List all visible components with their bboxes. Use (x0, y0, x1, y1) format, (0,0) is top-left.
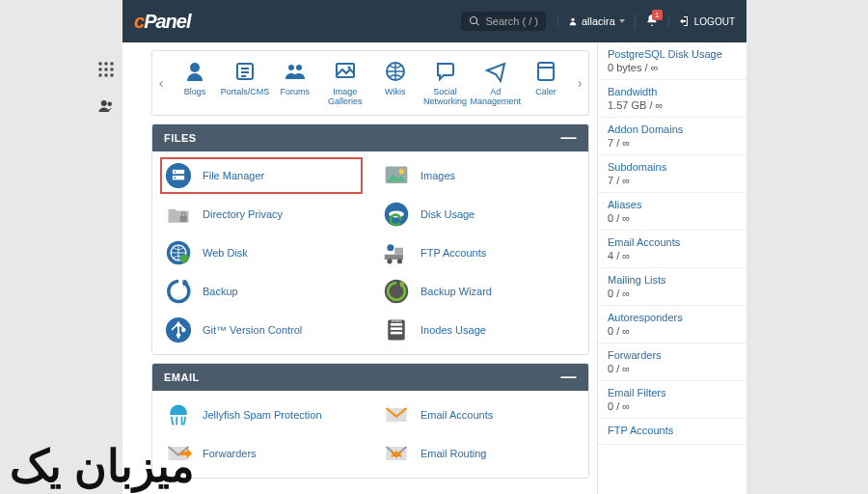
toolbar-icon (529, 59, 563, 84)
stat-value: 7 / ∞ (608, 137, 737, 149)
username: allacira (582, 15, 615, 27)
app-item[interactable]: inodesInodes Usage (382, 316, 577, 344)
app-label: Email Accounts (420, 409, 493, 421)
app-item[interactable]: Web Disk (164, 238, 359, 267)
toolbar-icon (478, 59, 513, 84)
app-label: Jellyfish Spam Protection (203, 409, 322, 421)
files-panel-header[interactable]: FILES — (152, 124, 588, 151)
stat-label: Mailing Lists (608, 274, 737, 286)
toolbar-item[interactable]: Ad Management (471, 59, 522, 107)
toolbar-icon (328, 59, 363, 84)
svg-point-47 (176, 323, 180, 327)
toolbar-item[interactable]: Forums (270, 59, 320, 107)
email-title: EMAIL (164, 371, 200, 383)
logout-label: LOGOUT (694, 16, 735, 27)
email-panel-header[interactable]: EMAIL — (152, 364, 588, 391)
app-icon (382, 277, 411, 306)
svg-point-18 (296, 65, 302, 70)
svg-rect-0 (99, 63, 102, 66)
stat-value: 0 / ∞ (608, 325, 737, 337)
svg-point-12 (190, 63, 200, 72)
svg-point-48 (176, 333, 180, 337)
app-icon: inodes (382, 316, 411, 344)
app-item[interactable]: Directory Privacy (164, 200, 359, 229)
svg-point-20 (347, 67, 350, 69)
stat-label: Addon Domains (608, 124, 737, 135)
toolbar-label: Portals/CMS (220, 88, 270, 97)
toolbar-item[interactable]: Image Galleries (320, 59, 370, 107)
svg-point-10 (108, 102, 113, 107)
svg-rect-3 (99, 69, 102, 71)
app-item[interactable]: FTP Accounts (382, 238, 577, 267)
notifications-button[interactable]: 1 (635, 14, 659, 30)
app-icon (382, 238, 411, 267)
stat-value: 1.57 GB / ∞ (608, 99, 737, 111)
logout-button[interactable]: LOGOUT (668, 15, 735, 27)
toolbar-label: Ad Management (471, 88, 522, 107)
app-label: FTP Accounts (420, 247, 486, 259)
svg-rect-6 (99, 74, 102, 77)
carousel-next[interactable]: › (573, 51, 586, 115)
toolbar-item[interactable]: Portals/CMS (220, 59, 270, 107)
svg-rect-5 (111, 69, 114, 71)
stat-row: Aliases0 / ∞ (598, 193, 746, 231)
app-label: Email Routing (420, 448, 486, 459)
app-item[interactable]: File Manager (160, 157, 363, 194)
stats-sidebar: PostgreSQL Disk Usage0 bytes / ∞Bandwidt… (597, 42, 746, 494)
toolbar-item[interactable]: Caler (521, 59, 571, 107)
toolbar-item[interactable]: Blogs (170, 59, 220, 107)
app-item[interactable]: Backup Wizard (382, 277, 577, 306)
app-label: Disk Usage (420, 208, 475, 220)
stat-row: Addon Domains7 / ∞ (598, 118, 746, 155)
toolbar-carousel: ‹ BlogsPortals/CMSForumsImage GalleriesW… (151, 50, 589, 116)
svg-point-17 (288, 65, 294, 70)
svg-point-11 (571, 18, 574, 21)
stat-row: FTP Accounts (598, 419, 746, 445)
app-icon (382, 200, 411, 229)
app-item[interactable]: Images (382, 161, 577, 190)
toolbar-label: Wikis (370, 88, 420, 97)
svg-rect-22 (538, 63, 554, 80)
user-menu[interactable]: allacira (557, 15, 625, 27)
watermark: میزبان یک (10, 440, 195, 492)
app-item[interactable]: Email Accounts (382, 400, 577, 429)
app-item[interactable]: Git™ Version Control (164, 316, 359, 344)
search-placeholder: Search ( / ) (486, 15, 538, 27)
stat-row: Autoresponders0 / ∞ (598, 306, 746, 343)
stat-row: Email Filters0 / ∞ (598, 381, 746, 419)
toolbar-icon (428, 59, 463, 84)
svg-rect-53 (391, 332, 402, 335)
stat-label: Forwarders (608, 349, 737, 361)
app-item[interactable]: Backup (164, 277, 359, 306)
svg-rect-8 (111, 74, 114, 77)
app-label: File Manager (203, 170, 264, 181)
toolbar-item[interactable]: Wikis (370, 59, 420, 107)
carousel-prev[interactable]: ‹ (154, 51, 168, 115)
grid-icon[interactable] (96, 60, 116, 79)
app-item[interactable]: Jellyfish Spam Protection (164, 400, 359, 429)
notif-badge: 1 (652, 10, 663, 20)
app-label: Inodes Usage (420, 324, 486, 336)
svg-point-27 (175, 171, 176, 173)
svg-rect-51 (391, 323, 402, 326)
svg-rect-32 (180, 216, 187, 222)
chevron-down-icon (619, 19, 625, 23)
app-item[interactable]: Disk Usage (382, 200, 577, 229)
app-label: Backup (203, 286, 238, 297)
stat-value: 0 / ∞ (608, 363, 737, 374)
users-icon[interactable] (96, 96, 116, 116)
toolbar-item[interactable]: Social Networking (420, 59, 471, 107)
svg-point-40 (397, 259, 402, 263)
files-title: FILES (164, 132, 197, 144)
app-item[interactable]: Email Routing (382, 439, 577, 468)
topbar: cPanel Search ( / ) allacira 1 LOGOUT (122, 0, 746, 42)
toolbar-label: Forums (270, 88, 320, 97)
main-area: ‹ BlogsPortals/CMSForumsImage GalleriesW… (122, 42, 597, 494)
svg-point-28 (175, 177, 176, 178)
svg-point-9 (101, 100, 107, 106)
minus-icon: — (561, 373, 578, 381)
stat-value: 0 / ∞ (608, 212, 737, 224)
stat-value: 0 / ∞ (608, 288, 737, 299)
app-label: Forwarders (203, 448, 257, 459)
search-input[interactable]: Search ( / ) (461, 12, 546, 31)
